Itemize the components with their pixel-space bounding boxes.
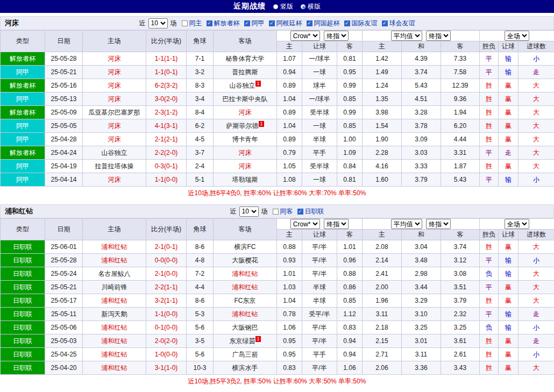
score-cell[interactable]: 1-1(0-0) [146,173,187,187]
avg-odds-select[interactable]: 平均值 [391,31,422,41]
away-team-link[interactable]: 东京绿茵 [229,337,255,345]
away-team-cell: 横滨水手 [214,361,277,375]
handicap-away-odds-cell: 1.01 [337,240,363,254]
away-team-link[interactable]: FC东京 [235,297,256,304]
filter-checkbox[interactable]: ✓日职联 [297,207,324,216]
away-team-link[interactable]: 萨斯菲尔德 [226,122,258,130]
score-cell[interactable]: 1-0(0-0) [146,348,187,361]
team-name[interactable]: 河床 [5,18,19,28]
layout-radio-horizontal[interactable]: 横版 [301,2,321,11]
score-cell[interactable]: 3-1(1-0) [146,361,187,375]
filter-checkbox[interactable]: ✓解放者杯 [207,19,240,28]
home-team-link[interactable]: 山谷独立 [102,149,127,156]
away-team-link[interactable]: 浦和红钻 [232,283,258,291]
away-team-cell: 广岛三箭 [214,348,277,361]
filter-checkbox[interactable]: ✓球会友谊 [382,19,415,28]
score-cell[interactable]: 0-3(0-1) [146,160,187,173]
score-cell[interactable]: 2-1(2-1) [146,133,187,146]
filter-checkbox[interactable]: 同主 [182,19,202,28]
odds-stage-select[interactable]: 终指 [324,31,349,41]
avg-stage-select[interactable]: 终指 [426,31,451,41]
away-team-link[interactable]: 山谷独立 [229,82,255,89]
away-team-link[interactable]: 河床 [239,162,252,170]
away-team-link[interactable]: 横滨FC [235,243,256,251]
home-team-link[interactable]: 浦和红钻 [102,324,127,331]
away-team-link[interactable]: 浦和红钻 [232,310,258,318]
scope-select[interactable]: 全场 [505,31,529,41]
home-team-link[interactable]: 新泻天鹅 [102,310,127,318]
away-team-link[interactable]: 秘鲁体育大学 [226,55,265,62]
avg-draw-odds-cell: 3.74 [402,66,441,79]
score-cell[interactable]: 2-2(2-0) [146,146,187,160]
score-cell[interactable]: 2-3(1-2) [146,106,187,119]
avg-stage-select[interactable]: 终指 [426,219,451,229]
filter-checkbox[interactable]: 同客 [273,207,293,216]
home-team-link[interactable]: 拉普拉塔体操 [95,162,134,170]
handicap-away-odds-cell: 1.06 [337,361,363,375]
home-team-link[interactable]: 河床 [108,136,121,143]
handicap-home-odds-cell: 0.89 [277,79,302,92]
home-team-link[interactable]: 河床 [108,122,121,130]
checked-checkbox-icon: ✓ [344,20,350,26]
score-cell[interactable]: 2-0(2-0) [146,334,187,348]
odds-provider-select[interactable]: Crow* [290,219,320,229]
filter-checkbox[interactable]: ✓阿根廷杯 [269,19,302,28]
score-cell[interactable]: 1-1(0-1) [146,66,187,79]
match-count-select[interactable]: 10 [148,18,168,28]
away-team-link[interactable]: 博卡青年 [232,136,258,143]
handicap-home-odds-cell: 1.04 [277,294,302,308]
score-cell[interactable]: 1-1(0-0) [146,308,187,321]
score-cell[interactable]: 3-0(2-0) [146,92,187,106]
home-team-link[interactable]: 河床 [108,55,121,62]
score-cell[interactable]: 0-1(0-0) [146,321,187,334]
away-team-link[interactable]: 大阪樱花 [232,256,258,264]
odds-stage-select[interactable]: 终指 [324,219,349,229]
home-team-link[interactable]: 浦和红钻 [102,351,127,358]
match-count-select[interactable]: 10 [239,206,259,217]
away-team-link[interactable]: 大阪钢巴 [232,324,258,331]
score-cell[interactable]: 2-1(0-0) [146,267,187,281]
home-team-link[interactable]: 浦和红钻 [102,364,127,372]
score-cell[interactable]: 3-2(1-1) [146,294,187,308]
away-team-link[interactable]: 浦和红钻 [232,270,258,277]
away-team-link[interactable]: 普拉腾斯 [232,68,258,76]
goals-result-cell: 小 [519,52,554,66]
handicap-away-odds-cell: 0.99 [337,106,363,119]
score-cell[interactable]: 1-1(1-1) [146,52,187,66]
away-team-link[interactable]: 广岛三箭 [232,351,258,358]
home-team-link[interactable]: 浦和红钻 [102,256,127,264]
scope-select[interactable]: 全场 [505,219,529,229]
home-team-link[interactable]: 名古屋鲸八 [98,270,131,277]
filter-checkbox[interactable]: ✓国际友谊 [344,19,378,28]
corners-cell: 5-3 [187,308,214,321]
filter-checkbox[interactable]: ✓阿国超杯 [307,19,340,28]
score-cell[interactable]: 6-2(3-2) [146,79,187,92]
competition-type-cell: 日职联 [1,321,45,334]
home-team-link[interactable]: 河床 [108,95,121,103]
home-team-link[interactable]: 川崎前锋 [102,283,127,291]
home-team-link[interactable]: 河床 [108,176,121,183]
matches-label: 场 [171,19,177,28]
home-team-link[interactable]: 浦和红钻 [102,243,127,251]
away-team-link[interactable]: 横滨水手 [232,364,258,372]
team-name[interactable]: 浦和红钻 [5,206,33,216]
home-team-link[interactable]: 河床 [108,82,121,89]
away-team-link[interactable]: 巴拉卡斯中央队 [223,95,268,103]
away-team-link[interactable]: 塔勒瑞斯 [232,176,258,183]
filter-checkbox[interactable]: ✓阿甲 [244,19,265,28]
home-team-cell: 浦和红钻 [83,254,146,267]
home-team-link[interactable]: 河床 [108,68,121,76]
score-cell[interactable]: 4-1(3-1) [146,119,187,133]
odds-provider-select[interactable]: Crow* [290,31,320,41]
score-cell[interactable]: 2-1(0-1) [146,240,187,254]
avg-odds-select[interactable]: 平均值 [391,219,422,229]
score-cell[interactable]: 2-2(1-1) [146,281,187,294]
score-cell[interactable]: 0-0(0-0) [146,254,187,267]
away-team-link[interactable]: 河床 [239,149,252,156]
home-team-link[interactable]: 瓜亚基尔巴塞罗那 [89,109,140,116]
home-team-link[interactable]: 浦和红钻 [102,337,127,345]
goals-result-cell: 大 [519,133,554,146]
away-team-link[interactable]: 河床 [239,109,252,116]
home-team-link[interactable]: 浦和红钻 [102,297,127,304]
layout-radio-vertical[interactable]: 竖版 [273,2,293,11]
